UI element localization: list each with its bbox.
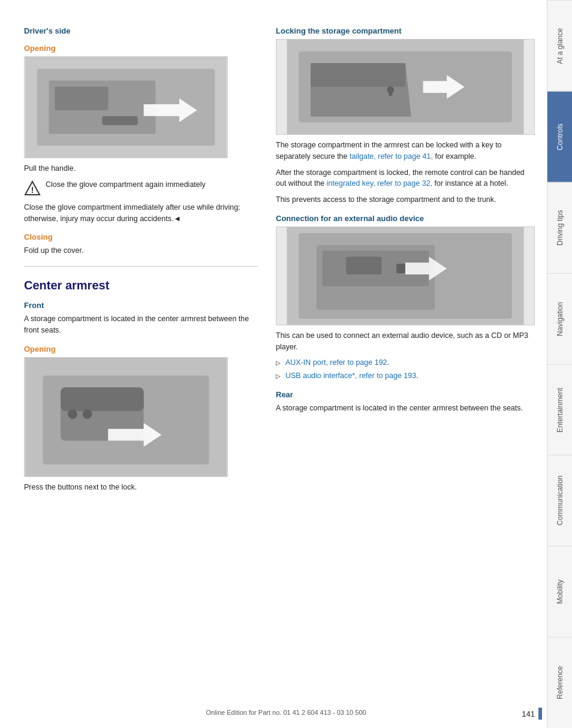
sidebar-tab-entertainment[interactable]: Entertainment <box>547 364 572 455</box>
svg-rect-24 <box>346 256 381 274</box>
svg-rect-5 <box>102 116 137 125</box>
opening-image <box>24 56 228 158</box>
page-number: 141 <box>522 709 535 718</box>
sidebar-tab-controls[interactable]: Controls <box>547 91 572 182</box>
closing-body-text: Fold up the cover. <box>24 245 258 256</box>
svg-rect-3 <box>55 86 108 110</box>
warning-icon: ! <box>24 180 41 197</box>
right-column: Locking the storage compartment The stor… <box>276 18 535 704</box>
connection-body: This can be used to connect an external … <box>276 330 535 353</box>
locking-body3: This prevents access to the storage comp… <box>276 194 535 206</box>
aux-link[interactable]: AUX-IN port, refer to page 192 <box>285 358 387 367</box>
sidebar: At a glance Controls Driving tips Naviga… <box>547 0 572 728</box>
pull-handle-text: Pull the handle. <box>24 163 258 174</box>
closing-heading: Closing <box>24 232 258 241</box>
drivers-side-heading: Driver's side <box>24 26 258 35</box>
locking-body2: After the storage compartment is locked,… <box>276 167 535 190</box>
usb-link[interactable]: USB audio interface*, refer to page 193 <box>285 371 416 380</box>
press-buttons-text: Press the buttons next to the lock. <box>24 482 258 493</box>
svg-rect-19 <box>389 90 392 96</box>
svg-point-14 <box>83 409 92 419</box>
connection-bullet-list: AUX-IN port, refer to page 192. USB audi… <box>276 357 535 382</box>
locking-image <box>276 39 535 135</box>
left-column: Driver's side Opening Pull the handle. <box>24 18 258 704</box>
bullet-item-aux: AUX-IN port, refer to page 192. <box>276 357 535 368</box>
svg-rect-11 <box>61 387 144 411</box>
svg-rect-26 <box>396 264 405 273</box>
front-heading: Front <box>24 301 258 310</box>
warning-text: Close the glove compartment again immedi… <box>46 179 206 191</box>
page-number-bar <box>538 708 542 720</box>
footer-text: Online Edition for Part no. 01 41 2 604 … <box>206 709 366 716</box>
sidebar-tab-mobility[interactable]: Mobility <box>547 546 572 637</box>
connection-title: Connection for an external audio device <box>276 214 535 223</box>
page-number-area: 141 <box>522 708 542 720</box>
armrest-opening-image <box>24 357 228 477</box>
opening2-heading: Opening <box>24 345 258 354</box>
opening-heading: Opening <box>24 44 258 53</box>
connection-image <box>276 226 535 325</box>
sidebar-tab-communication[interactable]: Communication <box>547 455 572 546</box>
warning-body-text: Close the glove compartment immediately … <box>24 202 258 225</box>
sidebar-tab-driving-tips[interactable]: Driving tips <box>547 182 572 273</box>
divider <box>24 266 258 267</box>
svg-text:!: ! <box>31 185 34 195</box>
sidebar-tab-at-a-glance[interactable]: At a glance <box>547 0 572 91</box>
front-body-text: A storage compartment is located in the … <box>24 313 258 336</box>
bullet-item-usb: USB audio interface*, refer to page 193. <box>276 370 535 382</box>
sidebar-tab-navigation[interactable]: Navigation <box>547 273 572 364</box>
rear-body: A storage compartment is located in the … <box>276 403 535 414</box>
svg-point-13 <box>68 409 77 419</box>
center-armrest-title: Center armrest <box>24 279 258 292</box>
locking-title: Locking the storage compartment <box>276 26 535 35</box>
locking-body1: The storage compartment in the armrest c… <box>276 140 535 162</box>
rear-heading: Rear <box>276 390 535 399</box>
page-footer: Online Edition for Part no. 01 41 2 604 … <box>0 709 572 716</box>
warning-box: ! Close the glove compartment again imme… <box>24 179 258 197</box>
